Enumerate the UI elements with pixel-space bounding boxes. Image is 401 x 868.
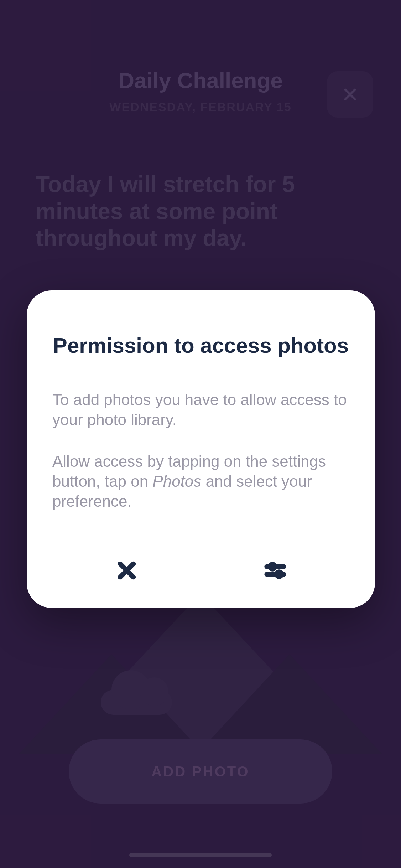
settings-sliders-icon [264, 559, 287, 582]
dialog-body-paragraph-2: Allow access by tapping on the settings … [52, 451, 349, 512]
dialog-actions [52, 551, 349, 590]
dialog-body-2-em: Photos [152, 472, 201, 490]
dialog-title: Permission to access photos [52, 333, 349, 358]
permission-dialog: Permission to access photos To add photo… [27, 290, 375, 608]
dialog-body-paragraph-1: To add photos you have to allow access t… [52, 390, 349, 430]
svg-point-6 [277, 572, 281, 577]
modal-layer: Permission to access photos To add photo… [0, 0, 401, 868]
dialog-body: To add photos you have to allow access t… [52, 390, 349, 512]
close-icon [115, 559, 138, 582]
dialog-settings-button[interactable] [231, 551, 320, 590]
dialog-close-button[interactable] [82, 551, 171, 590]
svg-point-4 [270, 564, 275, 569]
screen: Daily Challenge WEDNESDAY, FEBRUARY 15 T… [0, 0, 401, 868]
